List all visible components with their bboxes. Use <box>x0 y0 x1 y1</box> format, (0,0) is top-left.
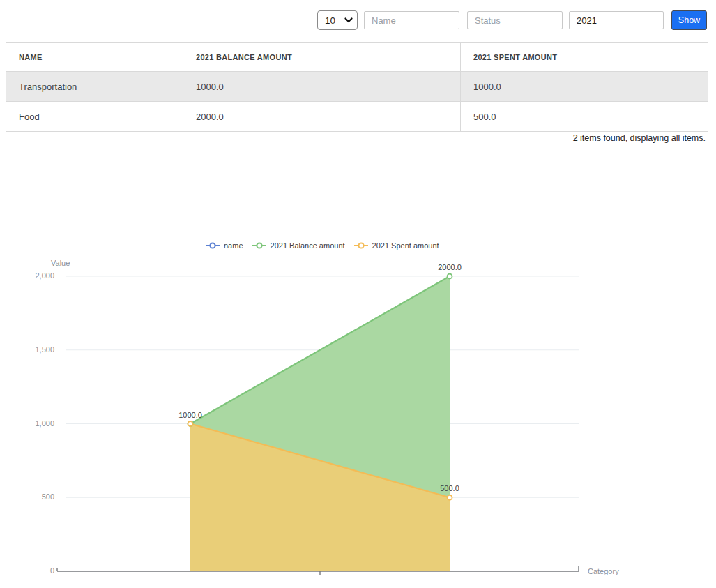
point-marker <box>448 274 452 279</box>
page-size-select[interactable]: 10 <box>317 10 358 30</box>
year-input[interactable] <box>569 11 664 29</box>
page-size-select-wrap: 10 <box>317 10 358 30</box>
column-header-name: NAME <box>6 43 183 72</box>
cell-name: Food <box>6 102 183 132</box>
data-label: 1000.0 <box>178 411 202 419</box>
data-label: 2000.0 <box>438 263 462 271</box>
name-input[interactable] <box>364 11 459 29</box>
cell-balance: 2000.0 <box>183 102 461 132</box>
status-input[interactable] <box>467 11 563 29</box>
area-chart: 1000.02000.0500.0 <box>0 234 716 588</box>
cell-spent: 500.0 <box>461 102 708 132</box>
point-marker <box>448 495 452 500</box>
table-row: Transportation 1000.0 1000.0 <box>6 72 708 102</box>
column-header-balance: 2021 BALANCE AMOUNT <box>183 43 461 72</box>
balance-table: NAME 2021 BALANCE AMOUNT 2021 SPENT AMOU… <box>6 42 708 132</box>
cell-spent: 1000.0 <box>461 72 708 102</box>
show-button[interactable]: Show <box>671 10 707 30</box>
table-row: Food 2000.0 500.0 <box>6 102 708 132</box>
data-label: 500.0 <box>440 484 459 492</box>
cell-name: Transportation <box>6 72 183 102</box>
point-marker <box>188 421 193 426</box>
page: 10 Show NAME 2021 BALANCE AMOUNT 2021 SP… <box>0 0 716 588</box>
items-found-text: 2 items found, displaying all items. <box>573 133 706 143</box>
cell-balance: 1000.0 <box>183 72 461 102</box>
column-header-spent: 2021 SPENT AMOUNT <box>461 43 708 72</box>
table-header-row: NAME 2021 BALANCE AMOUNT 2021 SPENT AMOU… <box>6 43 708 72</box>
